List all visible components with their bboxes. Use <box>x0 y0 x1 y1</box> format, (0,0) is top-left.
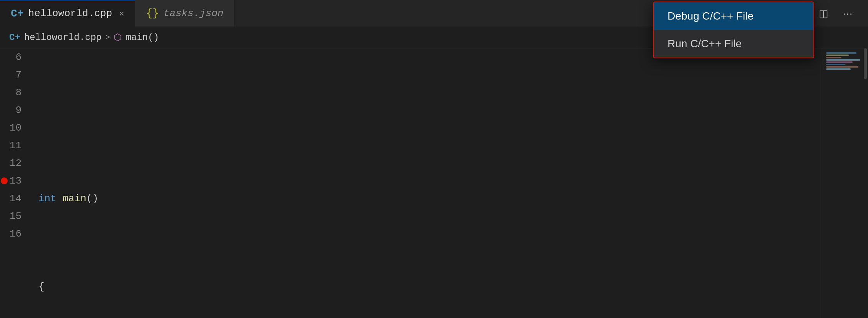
line-num-16: 16 <box>8 225 22 243</box>
code-editor[interactable]: int main () { vector < string > msg { "H… <box>31 48 822 318</box>
mini-line-1 <box>826 52 856 54</box>
json-icon: {} <box>146 7 159 19</box>
mini-line-7 <box>826 66 858 68</box>
tab-label-tasks: tasks.json <box>164 8 224 19</box>
breadcrumb-func-icon: ⬡ <box>114 32 122 43</box>
line-num-11: 11 <box>8 137 22 154</box>
code-line-6 <box>35 101 822 119</box>
mini-line-6 <box>826 64 845 65</box>
editor-scrollbar[interactable] <box>863 48 868 318</box>
breakpoint-dot <box>1 177 8 184</box>
keyword-int: int <box>38 190 56 207</box>
minimap-content <box>826 52 864 71</box>
line-num-7: 7 <box>8 66 22 84</box>
line-num-8: 8 <box>8 84 22 101</box>
mini-line-3 <box>826 57 841 58</box>
tab-tasks-json[interactable]: {} tasks.json <box>135 0 235 26</box>
run-cpp-option[interactable]: Run C/C++ File <box>654 30 813 58</box>
line-num-14: 14 <box>8 190 22 207</box>
code-line-7: int main () <box>35 190 822 207</box>
line-num-15: 15 <box>8 207 22 225</box>
cpp-icon: C+ <box>11 8 24 20</box>
tab-label-helloworld: helloworld.cpp <box>28 8 112 19</box>
tab-helloworld-cpp[interactable]: C+ helloworld.cpp ✕ <box>0 0 135 26</box>
line-num-9: 9 <box>8 101 22 119</box>
tab-close-helloworld[interactable]: ✕ <box>119 8 124 19</box>
editor-area: 6 7 8 9 10 11 12 13 14 15 16 int main ()… <box>0 48 868 318</box>
debug-cpp-option[interactable]: Debug C/C++ File <box>654 2 813 30</box>
line-num-10: 10 <box>8 119 22 137</box>
breadcrumb-cpp-icon: C+ <box>9 32 20 43</box>
layout-button[interactable]: ◫ <box>815 5 832 22</box>
tab-bar: C+ helloworld.cpp ✕ {} tasks.json ▷ ⌄ ⚙ … <box>0 0 868 27</box>
mini-line-2 <box>826 55 849 56</box>
breadcrumb-symbol[interactable]: main() <box>126 32 159 43</box>
scrollbar-thumb[interactable] <box>864 48 867 79</box>
breadcrumb-separator: > <box>105 33 110 42</box>
line-num-12: 12 <box>8 154 22 172</box>
more-button[interactable]: ··· <box>840 5 856 22</box>
run-dropdown-menu: Debug C/C++ File Run C/C++ File <box>653 2 814 58</box>
mini-line-8 <box>826 68 851 70</box>
minimap <box>822 48 868 318</box>
mini-line-5 <box>826 61 853 63</box>
breadcrumb-file[interactable]: helloworld.cpp <box>24 32 102 43</box>
code-line-8: { <box>35 278 822 296</box>
mini-line-4 <box>826 59 860 61</box>
line-num-13: 13 <box>8 172 22 190</box>
line-num-6: 6 <box>8 48 22 66</box>
line-numbers: 6 7 8 9 10 11 12 13 14 15 16 <box>0 48 31 318</box>
func-main: main <box>62 190 86 207</box>
